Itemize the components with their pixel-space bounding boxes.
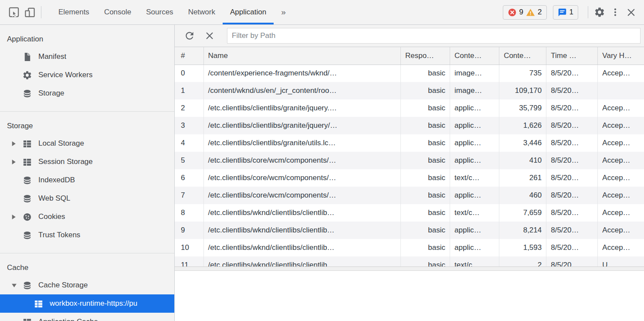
sidebar-item-manifest[interactable]: Manifest [0,48,174,66]
sidebar-item-service-workers[interactable]: Service Workers [0,66,174,84]
device-toolbar-icon [24,7,36,18]
cell-content_type: text/c… [450,169,499,187]
sidebar-item-cache-storage[interactable]: Cache Storage [0,276,174,294]
cell-vary_header: Accep… [598,99,644,117]
inspect-element-button[interactable] [6,4,22,20]
cell-response_type: basic [400,82,450,99]
cache-entry-row[interactable]: 3/etc.clientlibs/clientlibs/granite/jque… [175,117,644,134]
refresh-icon [184,30,195,41]
kebab-menu-icon [610,7,620,17]
sidebar-item-workbox-runtime-https-pu[interactable]: workbox-runtime-https://pu [0,294,174,313]
database-icon [22,230,32,240]
cell-name: /etc.clientlibs/wknd/clientlibs/clientli… [203,239,400,256]
cell-name: /content/experience-fragments/wknd/… [203,65,400,82]
close-devtools-button[interactable] [623,4,639,20]
cell-content_length: 2 [499,256,546,266]
cell-name: /etc.clientlibs/clientlibs/granite/utils… [203,134,400,152]
cache-entry-row[interactable]: 5/etc.clientlibs/core/wcm/components/…ba… [175,152,644,169]
chevron-collapsed-icon[interactable] [11,214,22,220]
cell-vary_header: Accep… [598,222,644,239]
cache-filter-toolbar [175,25,644,47]
gear-icon [594,7,605,18]
entry-preview-pane [175,271,644,321]
filter-by-path-input[interactable] [227,28,641,44]
settings-button[interactable] [592,4,607,20]
chevron-collapsed-icon[interactable] [11,141,22,147]
column-header-name[interactable]: Name [203,47,400,65]
tab-console[interactable]: Console [97,0,139,24]
chevron-collapsed-icon[interactable] [11,159,22,165]
cell-time_cached: 8/5/20… [546,204,598,222]
cell-name: /etc.clientlibs/clientlibs/granite/jquer… [203,117,400,134]
cell-vary_header: U… [598,256,644,266]
cache-entry-row[interactable]: 1/content/wknd/us/en/_jcr_content/roo…ba… [175,82,644,99]
sidebar-item-session-storage[interactable]: Session Storage [0,153,174,171]
column-header-content_type[interactable]: Conte… [450,47,499,65]
column-header-content_length[interactable]: Conte… [499,47,546,65]
panel-tab-strip: ElementsConsoleSourcesNetworkApplication [51,0,274,24]
cell-vary_header: Accep… [598,169,644,187]
cell-response_type: basic [400,134,450,152]
sidebar-item-trust-tokens[interactable]: Trust Tokens [0,226,174,244]
sidebar-item-indexeddb[interactable]: IndexedDB [0,171,174,189]
cell-time_cached: 8/5/20… [546,222,598,239]
tab-network[interactable]: Network [181,0,223,24]
more-options-button[interactable] [607,4,623,20]
table-icon [22,157,32,167]
tab-sources[interactable]: Sources [139,0,180,24]
cache-entry-row[interactable]: 4/etc.clientlibs/clientlibs/granite/util… [175,134,644,152]
column-header-vary_header[interactable]: Vary H… [598,47,644,65]
cache-entry-row[interactable]: 2/etc.clientlibs/clientlibs/granite/jque… [175,99,644,117]
device-toolbar-button[interactable] [22,4,37,20]
sidebar-item-application-cache[interactable]: Application Cache [0,313,174,321]
cell-name: /etc.clientlibs/wknd/clientlibs/clientli… [203,222,400,239]
cell-content_length: 109,170 [499,82,546,99]
tab-elements[interactable]: Elements [51,0,97,24]
cache-entry-row[interactable]: 9/etc.clientlibs/wknd/clientlibs/clientl… [175,222,644,239]
sidebar-item-label: Web SQL [38,194,70,203]
horizontal-scrollbar[interactable] [175,266,644,271]
cell-content_length: 35,799 [499,99,546,117]
cell-content_length: 735 [499,65,546,82]
issues-badge[interactable]: 9 2 [503,5,547,20]
clear-icon [205,31,214,41]
sidebar-item-storage[interactable]: Storage [0,84,174,102]
tab-application[interactable]: Application [223,0,274,24]
sidebar-item-local-storage[interactable]: Local Storage [0,134,174,153]
cell-time_cached: 8/5/20… [546,256,598,266]
clear-button[interactable] [203,29,217,43]
cache-entry-row[interactable]: 0/content/experience-fragments/wknd/…bas… [175,65,644,82]
cell-response_type: basic [400,222,450,239]
cell-index: 2 [175,99,203,117]
cache-entry-row[interactable]: 7/etc.clientlibs/core/wcm/components/…ba… [175,187,644,204]
refresh-button[interactable] [183,29,197,43]
cache-entry-row[interactable]: 6/etc.clientlibs/core/wcm/components/…ba… [175,169,644,187]
cell-name: /etc.clientlibs/clientlibs/granite/jquer… [203,99,400,117]
column-header-response_type[interactable]: Respo… [400,47,450,65]
chevron-expanded-icon[interactable] [11,283,22,288]
cell-response_type: basic [400,204,450,222]
database-icon [22,175,32,185]
sidebar-item-label: workbox-runtime-https://pu [50,299,137,308]
table-icon [22,317,32,321]
more-tabs-button[interactable]: » [274,0,288,24]
column-header-time_cached[interactable]: Time … [546,47,598,65]
sidebar-section-storage: StorageLocal StorageSession StorageIndex… [0,112,174,253]
cell-response_type: basic [400,152,450,169]
database-icon [22,193,32,204]
table-icon [22,138,32,149]
sidebar-item-web-sql[interactable]: Web SQL [0,189,174,208]
cell-time_cached: 8/5/20… [546,187,598,204]
cache-entry-row[interactable]: 10/etc.clientlibs/wknd/clientlibs/client… [175,239,644,256]
console-messages-badge[interactable]: 1 [553,5,578,20]
cell-content_length: 261 [499,169,546,187]
cache-entry-row[interactable]: 11/etc.clientlibs/wknd/clientlibs/client… [175,256,644,266]
sidebar-item-label: IndexedDB [38,176,75,184]
table-icon [33,298,44,309]
cell-content_length: 7,659 [499,204,546,222]
file-icon [22,51,32,62]
sidebar-item-cookies[interactable]: Cookies [0,208,174,226]
cache-entry-row[interactable]: 8/etc.clientlibs/wknd/clientlibs/clientl… [175,204,644,222]
cell-content_type: applic… [450,134,499,152]
column-header-index[interactable]: # [175,47,203,65]
